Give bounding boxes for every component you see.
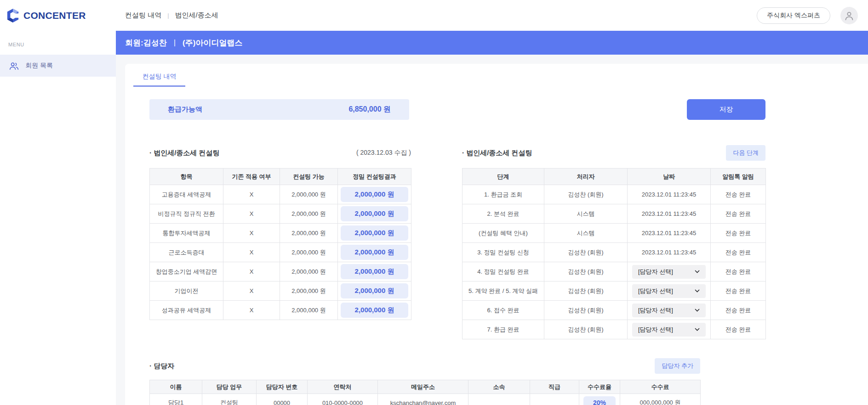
member-header-bar: 회원:김성찬 | (주)아이디얼랩스 bbox=[116, 31, 868, 55]
table-row: 근로소득증대 X 2,000,000 원 2,000,000 원 bbox=[150, 243, 411, 262]
app-logo[interactable]: CONCENTER bbox=[0, 8, 116, 23]
col-date: 날짜 bbox=[628, 169, 711, 185]
tab-consulting-history[interactable]: 컨설팅 내역 bbox=[133, 69, 185, 87]
cell-applied: X bbox=[223, 204, 280, 224]
consulting-items-panel: · 법인세/종소세 컨설팅 ( 2023.12.03 수집 ) 항목 기존 적용… bbox=[149, 145, 411, 320]
table-row: 4. 정밀 컨설팅 완료 김성찬 (회원) [담당자 선택] bbox=[463, 262, 766, 281]
table-row: 성과공유 세액공제 X 2,000,000 원 2,000,000 원 bbox=[150, 301, 411, 320]
company-button[interactable]: 주식회사 엑스퍼츠 bbox=[757, 7, 830, 24]
person-icon bbox=[844, 10, 855, 21]
fee-rate-input[interactable]: 20% bbox=[583, 396, 616, 405]
breadcrumb-item-corporate-tax[interactable]: 법인세/종소세 bbox=[175, 11, 218, 20]
cell-applied: X bbox=[223, 224, 280, 243]
col-affiliation: 소속 bbox=[468, 380, 530, 394]
assignee-select[interactable]: [담당자 선택] bbox=[632, 304, 706, 317]
save-button[interactable]: 저장 bbox=[687, 99, 765, 120]
cell-handler: 김성찬 (회원) bbox=[544, 243, 628, 262]
table-header-row: 이름 담당 업무 담당자 번호 연락처 메일주소 소속 직급 수수료율 수수료 bbox=[150, 380, 701, 394]
cell-email: kschanchan@naver.com bbox=[378, 394, 468, 405]
cell-step: (컨설팅 혜택 안내) bbox=[463, 224, 544, 243]
assignee-select[interactable]: [담당자 선택] bbox=[632, 265, 706, 279]
cell-alarm: 전송 완료 bbox=[711, 224, 766, 243]
cell-result: 2,000,000 원 bbox=[338, 301, 411, 320]
user-avatar[interactable] bbox=[840, 7, 858, 24]
table-row: 기업이전 X 2,000,000 원 2,000,000 원 bbox=[150, 281, 411, 301]
result-input[interactable]: 2,000,000 원 bbox=[341, 187, 408, 202]
cell-item: 성과공유 세액공제 bbox=[150, 301, 223, 320]
col-phone: 연락처 bbox=[308, 380, 378, 394]
cell-date: [담당자 선택] bbox=[628, 262, 711, 281]
assignee-select-label: [담당자 선택] bbox=[638, 287, 673, 295]
assignee-select-label: [담당자 선택] bbox=[638, 306, 673, 315]
cell-step: 2. 분석 완료 bbox=[463, 204, 544, 224]
col-number: 담당자 번호 bbox=[257, 380, 308, 394]
cell-possible: 2,000,000 원 bbox=[280, 204, 338, 224]
refund-row: 환급가능액 6,850,000 원 저장 bbox=[149, 99, 765, 120]
col-step: 단계 bbox=[463, 169, 544, 185]
sidebar-item-label: 회원 목록 bbox=[25, 62, 53, 70]
cell-position bbox=[530, 394, 579, 405]
add-manager-button[interactable]: 담당자 추가 bbox=[655, 358, 700, 374]
col-fee-rate: 수수료율 bbox=[579, 380, 620, 394]
next-step-button[interactable]: 다음 단계 bbox=[726, 145, 765, 161]
cell-possible: 2,000,000 원 bbox=[280, 301, 338, 320]
refund-amount: 6,850,000 원 bbox=[348, 105, 391, 114]
top-bar: CONCENTER 컨설팅 내역 | 법인세/종소세 주식회사 엑스퍼츠 bbox=[0, 0, 868, 31]
refund-label: 환급가능액 bbox=[168, 105, 202, 114]
result-input[interactable]: 2,000,000 원 bbox=[341, 245, 408, 260]
cell-possible: 2,000,000 원 bbox=[280, 224, 338, 243]
col-item: 항목 bbox=[150, 169, 223, 185]
cell-affiliation bbox=[468, 394, 530, 405]
result-input[interactable]: 2,000,000 원 bbox=[341, 264, 408, 279]
assignee-select-label: [담당자 선택] bbox=[638, 268, 673, 276]
table-header-row: 단계 처리자 날짜 알림톡 알림 bbox=[463, 169, 766, 185]
consulting-items-table: 항목 기존 적용 여부 컨설팅 가능 정밀 컨설팅결과 고용증대 세액공제 X … bbox=[149, 168, 411, 320]
table-row: 2. 분석 완료 시스템 2023.12.01 11:23:45 전송 완료 bbox=[463, 204, 766, 224]
topbar-right: 주식회사 엑스퍼츠 bbox=[757, 7, 868, 24]
table-header-row: 항목 기존 적용 여부 컨설팅 가능 정밀 컨설팅결과 bbox=[150, 169, 411, 185]
assignee-select[interactable]: [담당자 선택] bbox=[632, 323, 706, 337]
app-window: CONCENTER 컨설팅 내역 | 법인세/종소세 주식회사 엑스퍼츠 MEN… bbox=[0, 0, 868, 405]
cell-applied: X bbox=[223, 281, 280, 301]
manager-section: · 담당자 담당자 추가 이름 담당 업무 bbox=[149, 360, 765, 405]
breadcrumb-separator: | bbox=[167, 12, 169, 19]
cell-alarm: 전송 완료 bbox=[711, 185, 766, 204]
collected-date: ( 2023.12.03 수집 ) bbox=[356, 149, 411, 157]
cell-item: 통합투자세액공제 bbox=[150, 224, 223, 243]
users-icon bbox=[9, 61, 19, 71]
result-input[interactable]: 2,000,000 원 bbox=[341, 283, 408, 298]
left-section-title: · 법인세/종소세 컨설팅 bbox=[149, 149, 220, 158]
cell-handler: 김성찬 (회원) bbox=[544, 262, 628, 281]
cell-step: 6. 접수 완료 bbox=[463, 301, 544, 320]
col-alarm: 알림톡 알림 bbox=[711, 169, 766, 185]
consulting-steps-table: 단계 처리자 날짜 알림톡 알림 1. 환급금 조회 김성찬 (회원) 2023… bbox=[462, 168, 766, 339]
cell-alarm: 전송 완료 bbox=[711, 204, 766, 224]
col-position: 직급 bbox=[530, 380, 579, 394]
sidebar: MENU 회원 목록 bbox=[0, 31, 116, 405]
content-card: 컨설팅 내역 환급가능액 6,850,000 원 저장 bbox=[125, 64, 868, 405]
breadcrumb-item-consulting-history[interactable]: 컨설팅 내역 bbox=[125, 11, 161, 20]
cell-item: 고용증대 세액공제 bbox=[150, 185, 223, 204]
col-possible: 컨설팅 가능 bbox=[280, 169, 338, 185]
cell-date: 2023.12.01 11:23:45 bbox=[628, 185, 711, 204]
cell-name: 담당1 bbox=[150, 394, 202, 405]
assignee-select[interactable]: [담당자 선택] bbox=[632, 284, 706, 298]
result-input[interactable]: 2,000,000 원 bbox=[341, 206, 408, 221]
result-input[interactable]: 2,000,000 원 bbox=[341, 303, 408, 318]
result-input[interactable]: 2,000,000 원 bbox=[341, 225, 408, 241]
cell-alarm: 전송 완료 bbox=[711, 301, 766, 320]
cell-step: 3. 정밀 컨설팅 신청 bbox=[463, 243, 544, 262]
breadcrumb: 컨설팅 내역 | 법인세/종소세 bbox=[125, 11, 218, 20]
table-row: 고용증대 세액공제 X 2,000,000 원 2,000,000 원 bbox=[150, 185, 411, 204]
cell-result: 2,000,000 원 bbox=[338, 262, 411, 281]
sidebar-item-member-list[interactable]: 회원 목록 bbox=[0, 55, 116, 77]
cell-duty: 컨설팅 bbox=[202, 394, 257, 405]
cell-possible: 2,000,000 원 bbox=[280, 185, 338, 204]
chevron-down-icon bbox=[695, 270, 700, 273]
table-row: 통합투자세액공제 X 2,000,000 원 2,000,000 원 bbox=[150, 224, 411, 243]
cell-item: 근로소득증대 bbox=[150, 243, 223, 262]
member-name: 회원:김성찬 bbox=[125, 38, 167, 48]
table-row: (컨설팅 혜택 안내) 시스템 2023.12.01 11:23:45 전송 완… bbox=[463, 224, 766, 243]
table-row: 비정규직 정규직 전환 X 2,000,000 원 2,000,000 원 bbox=[150, 204, 411, 224]
member-bar-separator: | bbox=[174, 38, 176, 47]
